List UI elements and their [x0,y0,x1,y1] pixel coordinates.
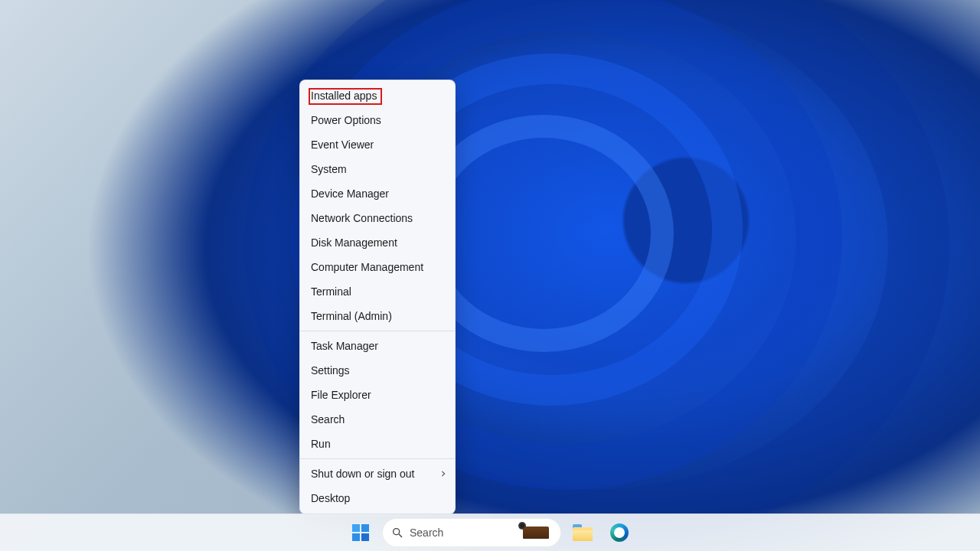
menu-item-shut-down-or-sign-out[interactable]: Shut down or sign out [300,461,455,486]
start-icon [352,524,369,541]
menu-item-file-explorer[interactable]: File Explorer [300,383,455,407]
desktop-wallpaper [0,0,980,551]
svg-point-0 [394,529,400,535]
chevron-right-icon [439,470,447,478]
menu-item-label: Terminal (Admin) [311,310,392,322]
menu-item-label: File Explorer [311,389,371,401]
menu-item-device-manager[interactable]: Device Manager [300,181,455,206]
menu-item-power-options[interactable]: Power Options [300,108,455,132]
menu-item-label: Computer Management [311,261,423,273]
menu-item-network-connections[interactable]: Network Connections [300,206,455,230]
menu-separator [300,458,455,459]
menu-item-label: Search [311,413,345,425]
menu-item-system[interactable]: System [300,157,455,181]
menu-item-label: Run [311,438,331,450]
start-button[interactable] [345,517,376,548]
search-placeholder: Search [410,527,514,539]
menu-item-settings[interactable]: Settings [300,358,455,383]
menu-item-label: Desktop [311,492,350,504]
menu-item-run[interactable]: Run [300,432,455,456]
menu-separator [300,331,455,331]
edge-icon [610,523,629,542]
menu-item-label: Device Manager [311,187,389,200]
menu-item-label: Shut down or sign out [311,468,414,480]
taskbar-search[interactable]: Search [382,518,561,547]
winx-context-menu: Installed appsPower OptionsEvent ViewerS… [299,80,456,514]
menu-item-desktop[interactable]: Desktop [300,486,455,510]
file-explorer-button[interactable] [567,517,598,548]
menu-item-label: Network Connections [311,212,413,224]
svg-line-1 [399,534,402,537]
menu-item-terminal[interactable]: Terminal [300,279,455,304]
menu-item-installed-apps[interactable]: Installed apps [300,83,455,108]
menu-item-label: Terminal [311,285,351,298]
menu-item-computer-management[interactable]: Computer Management [300,255,455,279]
menu-item-label: Task Manager [311,340,378,352]
menu-item-label: Installed apps [311,90,377,102]
menu-item-disk-management[interactable]: Disk Management [300,230,455,255]
menu-item-terminal-admin[interactable]: Terminal (Admin) [300,304,455,328]
taskbar: Search [0,514,980,551]
menu-item-task-manager[interactable]: Task Manager [300,334,455,358]
file-explorer-icon [573,524,593,541]
menu-item-label: Power Options [311,114,381,126]
menu-item-label: System [311,163,347,175]
menu-item-label: Settings [311,364,350,377]
menu-item-search[interactable]: Search [300,407,455,432]
edge-button[interactable] [604,517,635,548]
menu-item-event-viewer[interactable]: Event Viewer [300,132,455,157]
search-icon [391,527,403,539]
menu-item-label: Event Viewer [311,139,374,151]
menu-item-label: Disk Management [311,236,397,249]
search-highlight-illustration-icon [520,523,552,542]
